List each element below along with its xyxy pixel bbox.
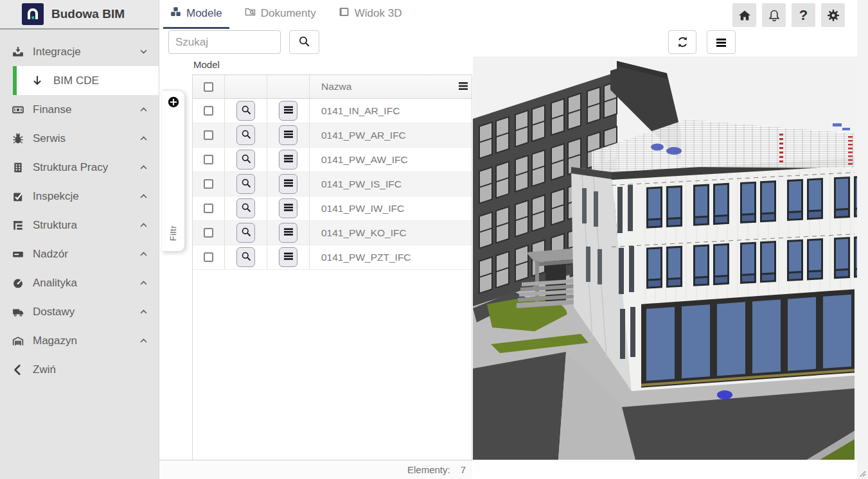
- row-menu-button[interactable]: [279, 101, 297, 121]
- help-button[interactable]: ?: [792, 3, 815, 27]
- sidebar-item-finanse[interactable]: Finanse: [0, 95, 159, 124]
- row-menu-button[interactable]: [279, 223, 297, 243]
- row-checkbox[interactable]: [204, 228, 213, 238]
- sidebar-item-label: Serwis: [33, 132, 139, 145]
- settings-button[interactable]: [821, 3, 845, 27]
- tab-widok-3d[interactable]: Widok 3D: [332, 0, 409, 29]
- row-menu-button[interactable]: [279, 174, 297, 194]
- row-preview-button[interactable]: [236, 198, 255, 218]
- row-preview-button[interactable]: [236, 150, 255, 170]
- model-table: Nazwa 0141_IN_AR_IFC: [192, 74, 472, 460]
- sidebar-header: Budowa BIM: [0, 0, 159, 30]
- home-icon: [738, 9, 751, 22]
- menu-bars-icon: [283, 153, 294, 166]
- row-menu-button[interactable]: [279, 125, 297, 145]
- column-picker-button[interactable]: [455, 75, 472, 98]
- search-icon: [298, 35, 310, 49]
- model-name[interactable]: 0141_PW_IW_IFC: [310, 196, 472, 220]
- panel-title: Model: [193, 59, 472, 70]
- chevron-up-icon: [139, 191, 148, 201]
- model-name[interactable]: 0141_IN_AR_IFC: [310, 99, 472, 123]
- chevron-up-icon: [139, 278, 148, 288]
- 3d-building-scene: [473, 57, 857, 460]
- viewer-menu-button[interactable]: [707, 30, 736, 54]
- sidebar-item-zwi[interactable]: Zwiń: [0, 355, 159, 384]
- sidebar-item-bim-cde[interactable]: BIM CDE: [13, 66, 159, 95]
- column-picker-icon: [459, 82, 468, 92]
- table-row: 0141_IN_AR_IFC: [193, 99, 472, 123]
- row-preview-button[interactable]: [236, 101, 255, 121]
- filter-flyout-tab[interactable]: Filtr: [162, 90, 185, 252]
- tab-modele[interactable]: Modele: [163, 0, 229, 29]
- tabs: Modele Dokumenty Widok 3D: [163, 0, 417, 29]
- sidebar-item-inspekcje[interactable]: Inspekcje: [0, 182, 159, 211]
- tab-bar: Modele Dokumenty Widok 3D ?: [159, 0, 857, 29]
- row-preview-button[interactable]: [236, 174, 255, 194]
- chevron-down-icon: [139, 47, 148, 57]
- viewer-refresh-button[interactable]: [668, 30, 696, 54]
- sidebar-nav: Integracje BIM CDE Finanse Serwis Strukt…: [0, 30, 159, 384]
- model-name[interactable]: 0141_PW_PZT_IFC: [310, 245, 472, 269]
- model-name[interactable]: 0141_PW_AW_IFC: [310, 148, 472, 171]
- window-icon: [339, 6, 350, 21]
- row-checkbox[interactable]: [204, 204, 213, 213]
- sidebar-item-serwis[interactable]: Serwis: [0, 124, 159, 153]
- truck-icon: [12, 306, 24, 318]
- sidebar-item-struktura-pracy[interactable]: Struktura Pracy: [0, 153, 159, 182]
- money-icon: [12, 103, 24, 116]
- sidebar-item-dostawy[interactable]: Dostawy: [0, 297, 159, 326]
- sidebar-item-label: Dostawy: [33, 306, 139, 318]
- model-name[interactable]: 0141_PW_KO_IFC: [310, 221, 472, 245]
- row-checkbox[interactable]: [204, 106, 213, 116]
- row-checkbox[interactable]: [204, 252, 213, 262]
- model-name[interactable]: 0141_PW_IS_IFC: [310, 172, 472, 196]
- card-icon: [12, 248, 24, 260]
- search-input[interactable]: [168, 30, 281, 54]
- menu-bars-icon: [283, 202, 294, 214]
- row-preview-button[interactable]: [236, 223, 255, 243]
- notifications-icon: [768, 9, 781, 22]
- magnifier-icon: [241, 251, 251, 263]
- magnifier-icon: [241, 202, 251, 214]
- select-all-checkbox[interactable]: [204, 82, 213, 92]
- model-name[interactable]: 0141_PW_AR_IFC: [310, 123, 472, 147]
- settings-icon: [827, 9, 840, 22]
- chevron-up-icon: [139, 307, 148, 317]
- building-icon: [12, 161, 24, 173]
- row-preview-button[interactable]: [236, 247, 255, 267]
- resize-handle[interactable]: [858, 469, 866, 477]
- help-icon: ?: [799, 8, 808, 22]
- sidebar: Budowa BIM Integracje BIM CDE Finanse Se…: [0, 0, 159, 479]
- gauge-icon: [12, 277, 24, 289]
- row-checkbox[interactable]: [204, 130, 213, 140]
- filter-label: Filtr: [168, 225, 178, 241]
- row-menu-button[interactable]: [279, 198, 297, 218]
- row-checkbox[interactable]: [204, 179, 213, 189]
- magnifier-icon: [241, 153, 251, 166]
- sidebar-item-nadz-r[interactable]: Nadzór: [0, 240, 159, 268]
- row-menu-button[interactable]: [279, 150, 297, 170]
- row-preview-button[interactable]: [236, 125, 255, 145]
- table-body: 0141_IN_AR_IFC 0141_PW_AR_IFC: [193, 99, 472, 270]
- tab-dokumenty[interactable]: Dokumenty: [238, 0, 323, 29]
- search-button[interactable]: [289, 30, 319, 54]
- table-header-row: Nazwa: [193, 74, 472, 99]
- sidebar-item-label: Zwiń: [33, 363, 148, 376]
- sidebar-item-magazyn[interactable]: Magazyn: [0, 326, 159, 355]
- sidebar-item-struktura[interactable]: Struktura: [0, 211, 159, 240]
- collapse-icon: [12, 363, 24, 376]
- row-menu-button[interactable]: [279, 247, 297, 267]
- chevron-up-icon: [139, 105, 148, 114]
- add-filter-icon[interactable]: [168, 96, 179, 108]
- column-header-nazwa[interactable]: Nazwa: [310, 75, 455, 98]
- app-logo-icon: [22, 3, 44, 25]
- arrow-down-icon: [31, 74, 43, 87]
- home-button[interactable]: [732, 3, 756, 27]
- 3d-viewport[interactable]: [473, 57, 857, 460]
- sidebar-item-analityka[interactable]: Analityka: [0, 268, 159, 297]
- menu-bars-icon: [283, 129, 294, 141]
- status-bar: Elementy: 7: [159, 460, 472, 479]
- sidebar-item-integracje[interactable]: Integracje: [0, 37, 159, 66]
- row-checkbox[interactable]: [204, 155, 213, 164]
- notifications-button[interactable]: [762, 3, 786, 27]
